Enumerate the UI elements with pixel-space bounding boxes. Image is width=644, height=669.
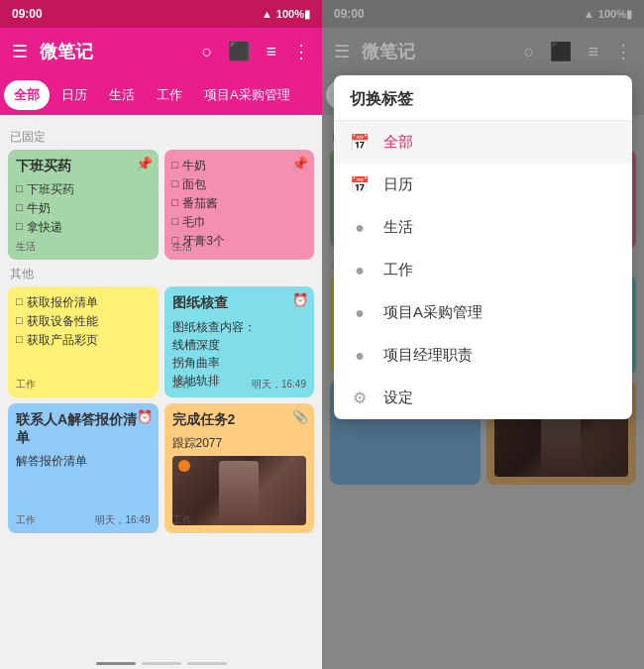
calendar-gray-icon: 📅 [350,175,370,194]
left-note-2-item-1: □ 牛奶 [172,158,307,174]
left-battery: 100%▮ [276,8,310,21]
left-note-2-item-2: □ 面包 [172,176,307,193]
left-note-2-item-3: □ 番茄酱 [172,195,307,212]
dropdown-label-settings: 设定 [383,389,413,407]
dropdown-item-project-mgr[interactable]: ● 项目经理职责 [334,334,632,377]
dropdown-item-life[interactable]: ● 生活 [334,206,632,249]
left-status-bar: 09:00 ▲ 100%▮ [0,0,322,28]
dropdown-item-project-a[interactable]: ● 项目A采购管理 [334,291,632,334]
left-tab-work[interactable]: 工作 [147,80,192,110]
left-note-3-tag: 工作 [16,378,36,391]
left-note-1-title: 下班买药 [16,158,151,175]
scroll-dot-2 [142,662,181,665]
dropdown-item-calendar[interactable]: 📅 日历 [334,164,632,206]
checkbox-icon: □ [172,159,179,170]
checkbox-icon: □ [172,177,179,189]
left-app-bar: ☰ 微笔记 ○ ⬛ ≡ ⋮ [0,28,322,75]
left-note-6-image [172,456,307,525]
checkbox-icon: □ [16,182,23,194]
left-note-4[interactable]: 图纸核查 ⏰ 图纸核查内容：线槽深度拐角曲率接地轨排 工作 明天，16:49 [164,286,315,397]
circle-gray-icon-project-a: ● [350,304,370,322]
left-tab-life[interactable]: 生活 [99,80,145,110]
dropdown-label-project-mgr: 项目经理职责 [383,346,473,365]
left-note-4-tag: 工作 [172,378,192,391]
left-note-4-title: 图纸核查 [172,294,307,312]
left-note-4-alarm: ⏰ [292,292,308,307]
dropdown-item-all[interactable]: 📅 全部 [334,121,632,164]
left-tab-all[interactable]: 全部 [4,80,50,110]
circle-gray-icon-project-mgr: ● [350,347,370,365]
circle-gray-icon-life: ● [350,219,370,237]
left-other-label: 其他 [10,266,314,282]
scroll-dot-3 [187,662,227,665]
left-note-6-attach: 📎 [292,409,308,424]
dropdown-label-project-a: 项目A采购管理 [383,303,483,322]
left-note-3-item-1: □ 获取报价清单 [16,294,151,311]
left-note-4-date: 明天，16:49 [252,378,306,391]
left-time: 09:00 [12,7,43,21]
left-note-2-item-4: □ 毛巾 [172,214,307,231]
checkbox-icon: □ [16,220,23,232]
right-panel: 09:00 ▲ 100%▮ ☰ 微笔记 ○ ⬛ ≡ ⋮ 全部 日历 生活 工作 … [322,0,644,669]
left-note-5[interactable]: 联系人A解答报价清单 ⏰ 解答报价清单 工作 明天，16:49 [8,403,159,533]
left-note-6-title: 完成任务2 [172,411,307,429]
left-share-icon[interactable]: ⬛ [224,37,254,66]
checkbox-icon: □ [172,196,179,208]
left-bookmark-icon[interactable]: ○ [198,38,217,66]
left-menu-icon[interactable]: ☰ [8,37,32,66]
left-status-icons: ▲ 100%▮ [262,8,310,21]
left-note-3[interactable]: □ 获取报价清单 □ 获取设备性能 □ 获取产品彩页 工作 [8,286,159,397]
left-note-2-item-5: □ 牙膏3个 [172,233,307,250]
dropdown-item-settings[interactable]: ⚙ 设定 [334,377,632,419]
left-content: 已固定 下班买药 📌 □ 下班买药 □ 牛奶 □ 拿快递 生活 [0,115,322,658]
dropdown-menu: 切换标签 📅 全部 📅 日历 ● 生活 ● 工作 ● 项目A采购管理 ● [334,75,632,419]
calendar-pink-icon: 📅 [350,133,370,152]
left-note-6-subtitle: 跟踪2077 [172,435,307,452]
left-tab-bar: 全部 日历 生活 工作 项目A采购管理 [0,75,322,115]
dropdown-label-work: 工作 [383,261,413,279]
left-note-1-item-2: □ 牛奶 [16,200,151,217]
dropdown-header: 切换标签 [334,75,632,121]
left-note-1[interactable]: 下班买药 📌 □ 下班买药 □ 牛奶 □ 拿快递 生活 [8,150,159,260]
left-note-6-tag: 工作 [172,513,192,527]
checkbox-icon: □ [16,333,23,345]
left-fixed-label: 已固定 [10,129,314,146]
left-note-3-item-2: □ 获取设备性能 [16,313,151,330]
left-tab-calendar[interactable]: 日历 [52,80,97,110]
left-note-6[interactable]: 完成任务2 📎 跟踪2077 工作 [164,403,315,533]
left-note-1-pin: 📌 [136,156,153,171]
left-panel: 09:00 ▲ 100%▮ ☰ 微笔记 ○ ⬛ ≡ ⋮ 全部 日历 生活 工作 … [0,0,322,669]
left-note-3-item-3: □ 获取产品彩页 [16,332,151,349]
left-note-1-item-3: □ 拿快递 [16,219,151,236]
dropdown-label-all: 全部 [383,133,413,152]
left-signal-icon: ▲ [262,8,272,20]
left-note-2-pin: 📌 [291,156,308,171]
dropdown-label-calendar: 日历 [383,175,413,194]
checkbox-icon: □ [16,201,23,213]
checkbox-icon: □ [16,295,23,307]
left-note-1-item-1: □ 下班买药 [16,181,151,198]
left-note-1-tag: 生活 [16,240,36,254]
left-note-5-alarm: ⏰ [137,409,153,424]
circle-gray-icon-work: ● [350,262,370,279]
left-note-2-tag: 生活 [172,240,192,254]
scroll-dot-1 [96,662,136,665]
note-image-figure [219,461,259,525]
gear-icon: ⚙ [350,389,370,407]
left-app-title: 微笔记 [40,40,190,63]
left-scroll-dots [0,658,322,669]
left-note-2[interactable]: 📌 □ 牛奶 □ 面包 □ 番茄酱 □ 毛巾 □ [164,150,315,260]
note-image-light [178,460,190,472]
checkbox-icon: □ [16,314,23,326]
checkbox-icon: □ [172,215,179,227]
left-fixed-notes: 下班买药 📌 □ 下班买药 □ 牛奶 □ 拿快递 生活 📌 [8,150,314,260]
left-tab-project[interactable]: 项目A采购管理 [194,80,300,110]
left-note-5-tag: 工作 [16,513,36,527]
dropdown-label-life: 生活 [383,218,413,237]
dropdown-item-work[interactable]: ● 工作 [334,249,632,291]
left-note-5-body: 解答报价清单 [16,453,151,470]
left-other-notes: □ 获取报价清单 □ 获取设备性能 □ 获取产品彩页 工作 图纸核查 ⏰ 图纸核 [8,286,314,533]
left-more-icon[interactable]: ⋮ [288,37,314,66]
left-note-5-title: 联系人A解答报价清单 [16,411,151,447]
left-list-icon[interactable]: ≡ [262,38,280,66]
